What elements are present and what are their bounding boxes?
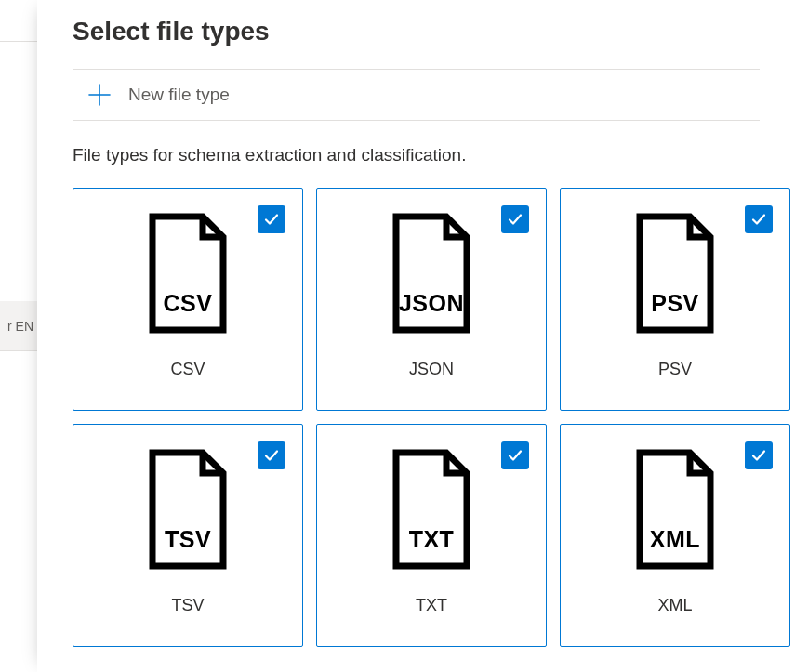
file-type-card-json[interactable]: JSON JSON xyxy=(316,188,547,411)
file-type-card-csv[interactable]: CSV CSV xyxy=(73,188,303,411)
selected-checkbox[interactable] xyxy=(501,205,529,233)
selected-checkbox[interactable] xyxy=(501,441,529,469)
selected-checkbox[interactable] xyxy=(258,441,285,469)
file-icon-label: TSV xyxy=(165,526,211,553)
background-panel-fragment: r EN xyxy=(0,0,37,672)
file-icon-label: TXT xyxy=(409,526,455,553)
file-type-label: CSV xyxy=(170,360,205,379)
file-type-card-psv[interactable]: PSV PSV xyxy=(560,188,790,411)
new-file-type-button[interactable]: New file type xyxy=(73,69,760,121)
divider xyxy=(0,41,37,42)
file-type-card-tsv[interactable]: TSV TSV xyxy=(73,424,303,647)
file-icon-label: CSV xyxy=(164,290,213,317)
file-type-card-xml[interactable]: XML XML xyxy=(560,424,790,647)
selected-checkbox[interactable] xyxy=(258,205,285,233)
file-type-label: XML xyxy=(657,596,692,615)
panel-title: Select file types xyxy=(73,17,760,46)
file-type-label: TXT xyxy=(416,596,447,615)
file-icon: XML xyxy=(629,449,722,570)
selected-checkbox[interactable] xyxy=(745,205,773,233)
file-icon-label: PSV xyxy=(651,290,699,317)
file-icon-label: XML xyxy=(650,526,700,553)
new-file-type-label: New file type xyxy=(128,85,230,105)
panel-description: File types for schema extraction and cla… xyxy=(73,145,760,165)
file-icon: PSV xyxy=(629,213,722,334)
file-icon: CSV xyxy=(141,213,234,334)
file-type-label: PSV xyxy=(658,360,692,379)
plus-icon xyxy=(87,83,112,107)
file-icon: TSV xyxy=(141,449,234,570)
select-file-types-panel: Select file types New file type File typ… xyxy=(37,0,795,672)
file-type-label: JSON xyxy=(409,360,454,379)
file-type-label: TSV xyxy=(171,596,204,615)
file-icon: JSON xyxy=(385,213,478,334)
file-icon-label: JSON xyxy=(399,290,464,317)
file-type-grid: CSV CSV JSON JSON PSV PSV xyxy=(73,188,760,647)
background-text-fragment: r EN xyxy=(0,301,37,351)
file-icon: TXT xyxy=(385,449,478,570)
file-type-card-txt[interactable]: TXT TXT xyxy=(316,424,547,647)
selected-checkbox[interactable] xyxy=(745,441,773,469)
